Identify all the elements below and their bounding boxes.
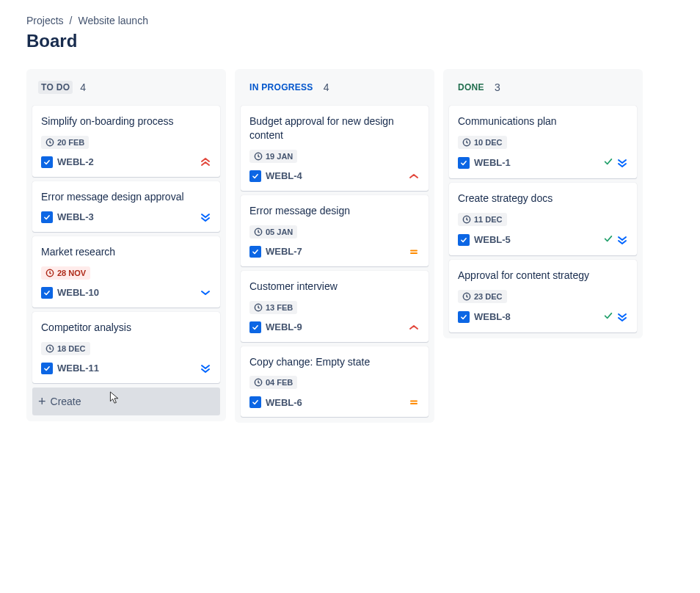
- task-type-icon: [249, 396, 261, 408]
- card-title: Error message design: [249, 204, 420, 218]
- task-type-icon: [41, 211, 53, 223]
- priority-lowest-icon: [200, 363, 211, 374]
- breadcrumb-current: Website launch: [78, 15, 147, 26]
- svg-rect-6: [410, 252, 418, 254]
- priority-low-icon: [200, 287, 211, 299]
- page-title: Board: [26, 31, 674, 51]
- card-right-icons: [603, 156, 628, 170]
- card-footer: WEBL-5: [458, 233, 628, 247]
- issue-key: WEBL-1: [458, 157, 511, 169]
- card-right-icons: [408, 396, 420, 408]
- issue-card[interactable]: Error message design05 JANWEBL-7: [241, 195, 429, 266]
- done-check-icon: [603, 233, 613, 247]
- due-date-badge: 11 DEC: [458, 213, 507, 226]
- due-date-badge: 04 FEB: [249, 376, 297, 389]
- priority-highest-icon: [200, 156, 211, 168]
- due-date-text: 18 DEC: [57, 344, 86, 353]
- due-date-badge: 10 DEC: [458, 136, 507, 149]
- clock-icon: [45, 344, 54, 353]
- priority-medium-icon: [408, 246, 420, 258]
- clock-icon: [254, 378, 263, 387]
- issue-key: WEBL-11: [41, 363, 99, 374]
- issue-key-text: WEBL-11: [57, 363, 99, 374]
- priority-lowest-icon: [200, 211, 211, 223]
- priority-lowest-icon: [616, 234, 628, 246]
- priority-high-icon: [408, 170, 420, 182]
- card-right-icons: [200, 363, 211, 374]
- task-type-icon: [41, 156, 53, 168]
- due-date-badge: 18 DEC: [41, 342, 90, 355]
- due-date-text: 23 DEC: [474, 292, 503, 301]
- due-date-text: 11 DEC: [474, 215, 503, 224]
- column-title: TO DO: [38, 81, 73, 94]
- column-title: DONE: [455, 81, 487, 94]
- issue-key-text: WEBL-7: [266, 246, 302, 257]
- card-right-icons: [200, 211, 211, 223]
- card-footer: WEBL-1: [458, 156, 628, 170]
- card-right-icons: [200, 287, 211, 299]
- clock-icon: [462, 138, 471, 147]
- task-type-icon: [458, 311, 470, 323]
- column-title: IN PROGRESS: [247, 81, 316, 94]
- card-footer: WEBL-9: [249, 321, 420, 333]
- issue-key: WEBL-9: [249, 321, 302, 333]
- card-right-icons: [603, 233, 628, 247]
- issue-card[interactable]: Market research28 NOVWEBL-10: [32, 236, 220, 308]
- task-type-icon: [458, 157, 470, 169]
- svg-rect-10: [410, 403, 418, 404]
- due-date-badge: 19 JAN: [249, 150, 297, 163]
- card-title: Create strategy docs: [458, 192, 628, 205]
- issue-card[interactable]: Customer interview13 FEBWEBL-9: [241, 271, 429, 342]
- card-right-icons: [200, 156, 211, 168]
- issue-card[interactable]: Competitor analysis18 DECWEBL-11: [32, 312, 220, 383]
- issue-card[interactable]: Approval for content strategy23 DECWEBL-…: [449, 260, 637, 332]
- card-right-icons: [408, 170, 420, 182]
- due-date-text: 10 DEC: [474, 138, 503, 147]
- card-title: Copy change: Empty state: [249, 355, 420, 369]
- issue-card[interactable]: Create strategy docs11 DECWEBL-5: [449, 183, 637, 255]
- issue-key: WEBL-5: [458, 234, 511, 246]
- due-date-text: 04 FEB: [266, 378, 293, 387]
- issue-key-text: WEBL-2: [57, 156, 94, 167]
- card-footer: WEBL-10: [41, 287, 211, 299]
- priority-medium-icon: [408, 396, 420, 408]
- issue-key-text: WEBL-8: [474, 311, 511, 322]
- issue-key-text: WEBL-1: [474, 157, 511, 168]
- due-date-badge: 28 NOV: [41, 266, 90, 280]
- card-title: Customer interview: [249, 280, 420, 294]
- due-date-badge: 05 JAN: [249, 225, 297, 239]
- done-check-icon: [603, 310, 613, 324]
- due-date-badge: 23 DEC: [458, 290, 507, 303]
- card-title: Simplify on-boarding process: [41, 114, 211, 128]
- plus-icon: +: [38, 395, 46, 408]
- task-type-icon: [41, 287, 53, 299]
- issue-key: WEBL-6: [249, 396, 302, 408]
- card-title: Market research: [41, 245, 211, 259]
- column-count: 4: [80, 81, 86, 93]
- task-type-icon: [41, 363, 53, 374]
- issue-card[interactable]: Error message design approvalWEBL-3: [32, 181, 220, 232]
- card-footer: WEBL-7: [249, 246, 420, 258]
- breadcrumb-root-link[interactable]: Projects: [26, 15, 64, 26]
- due-date-badge: 20 FEB: [41, 136, 89, 149]
- issue-card[interactable]: Communications plan10 DECWEBL-1: [449, 106, 637, 178]
- due-date-badge: 13 FEB: [249, 301, 297, 314]
- card-footer: WEBL-4: [249, 170, 420, 182]
- card-footer: WEBL-2: [41, 156, 211, 168]
- card-title: Approval for content strategy: [458, 269, 628, 283]
- clock-icon: [254, 303, 263, 312]
- issue-key-text: WEBL-10: [57, 287, 99, 298]
- done-check-icon: [603, 156, 613, 167]
- create-issue-button[interactable]: +Create: [32, 388, 220, 415]
- issue-card[interactable]: Budget approval for new design content19…: [241, 106, 429, 191]
- due-date-text: 13 FEB: [266, 303, 293, 312]
- card-footer: WEBL-11: [41, 363, 211, 374]
- issue-card[interactable]: Simplify on-boarding process20 FEBWEBL-2: [32, 106, 220, 177]
- issue-key-text: WEBL-6: [266, 397, 302, 408]
- card-right-icons: [408, 246, 420, 258]
- priority-lowest-icon: [616, 311, 628, 323]
- task-type-icon: [458, 234, 470, 246]
- card-title: Budget approval for new design content: [249, 114, 420, 142]
- issue-key-text: WEBL-3: [57, 211, 94, 222]
- issue-card[interactable]: Copy change: Empty state04 FEBWEBL-6: [241, 346, 429, 418]
